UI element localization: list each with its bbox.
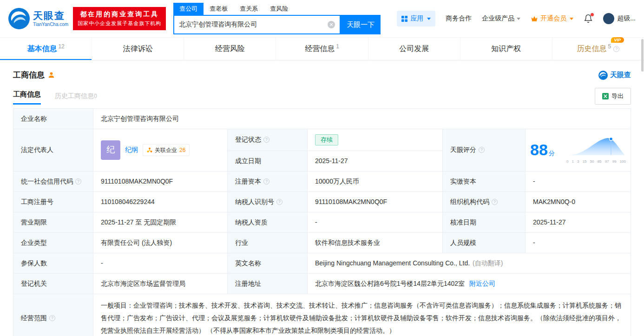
- company-name-label: 企业名称: [13, 109, 93, 129]
- tianyancha-watermark: 天眼查: [598, 71, 631, 80]
- table-row: 法定代表人 纪 纪纲 关联企业 26 登记状态?: [13, 129, 631, 151]
- status-badge: 存续: [315, 134, 338, 145]
- enterprise-products-menu[interactable]: 企业级产品: [482, 14, 520, 23]
- info-icon[interactable]: ?: [613, 46, 619, 52]
- table-row: 企业类型 有限责任公司 (法人独资) 行业 软件和信息技术服务业 人员规模 -: [13, 232, 631, 253]
- promo-line1: 都在用的商业查询工具: [78, 10, 161, 19]
- industry-label: 行业: [228, 232, 308, 253]
- logo-name: 天眼查: [33, 10, 68, 21]
- tab-label: 历史信息: [577, 44, 607, 54]
- reg-status-label: 登记状态?: [228, 129, 308, 151]
- tab-count: 5: [608, 43, 611, 50]
- tab-label: 公司发展: [399, 44, 429, 54]
- approval-date-label: 核准日期: [443, 212, 526, 232]
- business-cooperation-link[interactable]: 商务合作: [446, 14, 472, 23]
- table-row: 营业期限 2025-11-27 至 无固定期限 纳税人资质 - 核准日期 202…: [13, 212, 631, 232]
- export-button[interactable]: 导出: [595, 88, 631, 105]
- tab-count: 12: [58, 43, 64, 50]
- top-header: 天眼查 TianYanCha.com 都在用的商业查询工具 国家中小企业发展子基…: [0, 0, 644, 37]
- apps-label: 应用: [410, 14, 423, 23]
- info-icon[interactable]: ?: [492, 199, 498, 205]
- legal-rep-label: 法定代表人: [13, 129, 93, 171]
- auto-translate-note: (自动翻译): [473, 259, 503, 267]
- reg-capital-label: 注册资本?: [228, 171, 308, 191]
- tab-basic-info[interactable]: 基本信息 12: [0, 38, 92, 60]
- info-icon[interactable]: ?: [276, 199, 283, 205]
- company-type-value: 有限责任公司 (法人独资): [93, 232, 228, 253]
- search-tab-boss[interactable]: 查老板: [204, 3, 234, 15]
- search-tabs: 查公司 查老板 查关系 查风险: [173, 3, 381, 15]
- business-scope-label: 经营范围?: [13, 294, 93, 336]
- english-name-value: Beijing Ningchuang Management Consulting…: [308, 253, 631, 273]
- staff-size-value: -: [526, 232, 631, 253]
- clear-search-icon[interactable]: ✕: [328, 21, 335, 28]
- nearby-companies-link[interactable]: 附近公司: [469, 280, 495, 287]
- search-input[interactable]: [179, 21, 328, 28]
- info-icon[interactable]: ?: [263, 137, 269, 143]
- score-curve-chart: [566, 136, 626, 156]
- promo-line2: 国家中小企业发展子基金旗下机构: [78, 20, 161, 27]
- table-row: 参保人数 - 英文名称 Beijing Ningchuang Managemen…: [13, 253, 631, 273]
- top-right-nav: 应用 商务合作 企业级产品 开通会员 超级...: [397, 11, 636, 26]
- reg-number-label: 工商注册号: [13, 191, 93, 212]
- tab-history-info[interactable]: VIP 历史信息 5 ?: [552, 38, 644, 60]
- credit-code-label: 统一社会信用代码?: [13, 171, 93, 191]
- tab-label: 经营风险: [215, 44, 245, 54]
- table-row: 统一社会信用代码? 91110108MAK2MN0Q0F 注册资本? 10000…: [13, 171, 631, 191]
- business-term-label: 营业期限: [13, 212, 93, 232]
- legal-rep-avatar[interactable]: 纪: [101, 140, 120, 160]
- tianyancha-logo[interactable]: 天眼查 TianYanCha.com: [8, 8, 68, 29]
- apps-menu[interactable]: 应用: [397, 11, 435, 26]
- notifications-bell[interactable]: [584, 14, 593, 23]
- insured-count-label: 参保人数: [13, 253, 93, 273]
- vip-badge: VIP: [611, 37, 624, 43]
- excel-export-icon: [602, 93, 609, 99]
- taxpayer-id-label: 纳税人识别号?: [228, 191, 308, 212]
- score-axis-ticks: 0 1 3 15 50 85 97 99 100: [566, 159, 626, 165]
- tab-operational-risk[interactable]: 经营风险: [184, 38, 276, 60]
- english-name-label: 英文名称: [228, 253, 308, 273]
- open-vip-menu[interactable]: 开通会员: [531, 14, 573, 23]
- org-code-value: MAK2MN0Q-0: [526, 191, 631, 212]
- search-tab-risk[interactable]: 查风险: [264, 3, 294, 15]
- user-account-menu[interactable]: 超级...: [603, 13, 636, 24]
- notification-dot: [591, 13, 594, 16]
- username: 超级...: [617, 14, 636, 23]
- table-row: 登记机关 北京市海淀区市场监督管理局 注册地址 北京市海淀区魏公村路6号院1号楼…: [13, 273, 631, 294]
- search-button[interactable]: 天眼一下: [341, 15, 381, 34]
- company-type-label: 企业类型: [13, 232, 93, 253]
- reg-number-value: 110108046229244: [93, 191, 228, 212]
- establish-date-label: 成立日期: [228, 151, 308, 171]
- tab-business-info[interactable]: 经营信息 1: [276, 38, 368, 60]
- reg-authority-label: 登记机关: [13, 273, 93, 294]
- legal-rep-name-link[interactable]: 纪纲: [125, 145, 138, 155]
- related-companies-tag[interactable]: 关联企业 26: [143, 144, 190, 156]
- insured-count-value: -: [93, 253, 228, 273]
- company-name-value: 北京宁创管理咨询有限公司: [93, 109, 631, 129]
- credit-code-value: 91110108MAK2MN0Q0F: [93, 171, 228, 191]
- tab-legal-litigation[interactable]: 法律诉讼: [92, 38, 184, 60]
- establish-date-value: 2025-11-27: [308, 151, 443, 171]
- tab-intellectual-property[interactable]: 知识产权: [460, 38, 552, 60]
- taxpayer-quality-value: -: [308, 212, 443, 232]
- subtab-business-registration[interactable]: 工商信息: [13, 90, 41, 105]
- search-tab-company[interactable]: 查公司: [173, 3, 204, 15]
- search-tab-relation[interactable]: 查关系: [234, 3, 264, 15]
- tab-count: 1: [336, 43, 339, 50]
- crown-icon: [531, 16, 538, 22]
- subtab-history-registration[interactable]: 历史工商信息0: [55, 92, 97, 105]
- related-companies-count: 26: [179, 146, 185, 154]
- industry-value: 软件和信息技术服务业: [308, 232, 443, 253]
- business-info-table: 企业名称 北京宁创管理咨询有限公司 法定代表人 纪 纪纲 关联企业 26: [13, 108, 631, 336]
- info-icon[interactable]: ?: [263, 178, 269, 184]
- promo-banner: 都在用的商业查询工具 国家中小企业发展子基金旗下机构: [73, 7, 166, 30]
- table-row: 工商注册号 110108046229244 纳税人识别号? 91110108MA…: [13, 191, 631, 212]
- paid-capital-value: -: [526, 171, 631, 191]
- info-icon[interactable]: ?: [479, 147, 485, 153]
- reg-address-label: 注册地址: [228, 273, 308, 294]
- scrollbar[interactable]: [641, 39, 644, 72]
- tab-company-development[interactable]: 公司发展: [368, 38, 460, 60]
- info-icon[interactable]: ?: [49, 315, 55, 321]
- tianyancha-logo-icon: [598, 71, 608, 80]
- info-icon[interactable]: ?: [75, 178, 81, 184]
